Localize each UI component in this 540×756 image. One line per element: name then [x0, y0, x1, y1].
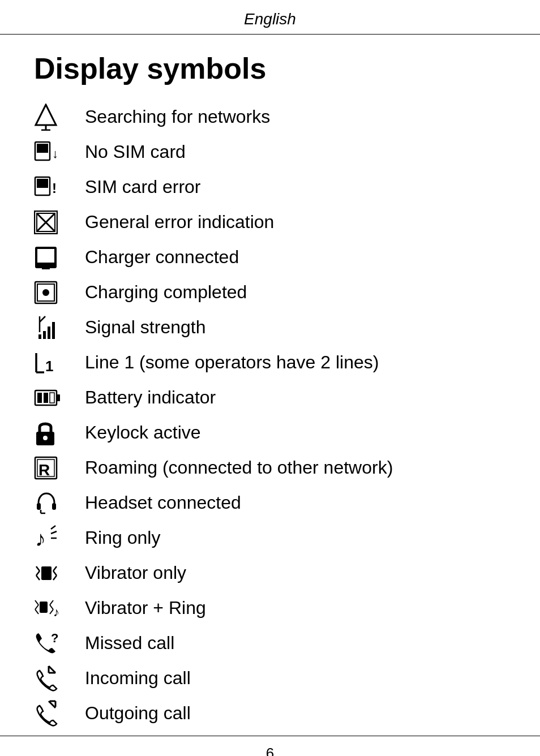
charger-connected-label: Charger connected [85, 246, 239, 269]
line1-icon: 1 [34, 351, 85, 375]
svg-line-48 [36, 575, 40, 580]
svg-rect-56 [40, 602, 48, 613]
svg-rect-32 [50, 393, 54, 403]
svg-text:♪: ♪ [53, 605, 59, 619]
ring-only-label: Ring only [85, 526, 160, 550]
svg-rect-31 [44, 393, 48, 403]
svg-rect-30 [37, 393, 42, 403]
list-item: Keylock active [34, 418, 506, 448]
roaming-icon: R [34, 456, 85, 480]
keylock-icon [34, 419, 85, 446]
missed-call-icon: ? [34, 631, 85, 656]
list-item: ? Missed call [34, 629, 506, 658]
incoming-call-label: Incoming call [85, 667, 191, 690]
list-item: Battery indicator [34, 383, 506, 413]
list-item: Searching for networks [34, 102, 506, 132]
page-header: English [0, 0, 540, 35]
svg-marker-0 [36, 105, 56, 125]
incoming-call-icon [34, 664, 85, 693]
svg-line-52 [53, 575, 57, 580]
vibrator-ring-label: Vibrator + Ring [85, 596, 206, 620]
svg-line-65 [49, 701, 55, 708]
svg-line-50 [53, 566, 57, 571]
no-sim-label: No SIM card [85, 140, 186, 164]
svg-line-47 [36, 571, 40, 575]
svg-line-51 [53, 571, 57, 575]
missed-call-label: Missed call [85, 632, 174, 655]
vibrator-only-icon [34, 561, 85, 586]
line1-label: Line 1 (some operators have 2 lines) [85, 351, 379, 375]
svg-rect-24 [52, 322, 55, 339]
list-item: Headset connected [34, 488, 506, 518]
list-item: ♪ Ring only [34, 523, 506, 553]
list-item: Outgoing call [34, 699, 506, 728]
sim-error-icon: ! [34, 176, 85, 199]
page-heading: Display symbols [34, 51, 506, 85]
list-item: R Roaming (connected to other network) [34, 453, 506, 483]
svg-rect-7 [37, 179, 48, 188]
svg-rect-38 [37, 503, 41, 510]
signal-strength-label: Signal strength [85, 316, 205, 340]
svg-text:1: 1 [45, 358, 53, 375]
list-item: Incoming call [34, 664, 506, 693]
svg-text:R: R [38, 461, 50, 479]
headset-icon [34, 491, 85, 516]
battery-label: Battery indicator [85, 386, 216, 410]
svg-line-43 [51, 526, 55, 529]
list-item: General error indication [34, 208, 506, 237]
header-title: English [244, 10, 296, 28]
list-item: ! SIM card error [34, 173, 506, 202]
symbol-list: Searching for networks ↓ No SIM card [34, 102, 506, 728]
svg-point-18 [42, 289, 49, 296]
list-item: Signal strength [34, 313, 506, 342]
searching-networks-icon [34, 104, 85, 131]
list-item: ♪ Vibrator + Ring [34, 594, 506, 623]
svg-line-20 [40, 316, 45, 322]
vibrator-only-label: Vibrator only [85, 561, 186, 585]
svg-text:↓: ↓ [52, 147, 58, 161]
searching-networks-label: Searching for networks [85, 105, 270, 129]
keylock-label: Keylock active [85, 421, 201, 445]
page-number: 6 [266, 745, 274, 756]
general-error-label: General error indication [85, 211, 274, 234]
svg-line-46 [36, 566, 40, 571]
svg-line-57 [50, 600, 53, 605]
list-item: Charging completed [34, 278, 506, 307]
svg-rect-49 [41, 566, 52, 580]
svg-line-62 [49, 666, 55, 673]
outgoing-call-label: Outgoing call [85, 702, 191, 725]
svg-text:♪: ♪ [35, 527, 46, 551]
page-content: Display symbols Searching for networks [0, 35, 540, 756]
no-sim-icon: ↓ [34, 141, 85, 164]
page-container: English Display symbols Searching for ne… [0, 0, 540, 756]
charging-completed-label: Charging completed [85, 281, 247, 304]
svg-rect-39 [52, 503, 56, 510]
svg-line-55 [35, 609, 38, 614]
list-item: Vibrator only [34, 559, 506, 588]
svg-point-34 [43, 436, 48, 440]
svg-text:!: ! [52, 181, 57, 196]
svg-rect-23 [48, 327, 50, 339]
sim-error-label: SIM card error [85, 175, 200, 199]
list-item: ↓ No SIM card [34, 138, 506, 167]
svg-rect-4 [37, 144, 48, 153]
list-item: 1 Line 1 (some operators have 2 lines) [34, 348, 506, 377]
svg-rect-21 [38, 334, 41, 339]
svg-rect-29 [57, 394, 60, 401]
ring-only-icon: ♪ [34, 525, 85, 552]
svg-line-54 [35, 605, 38, 609]
general-error-icon [34, 211, 85, 234]
svg-line-53 [35, 600, 38, 605]
charging-completed-icon [34, 281, 85, 304]
svg-rect-14 [37, 249, 54, 263]
roaming-label: Roaming (connected to other network) [85, 456, 393, 480]
headset-label: Headset connected [85, 491, 241, 515]
svg-rect-15 [42, 267, 50, 269]
signal-strength-icon [34, 315, 85, 340]
outgoing-call-icon [34, 699, 85, 728]
svg-text:?: ? [51, 631, 58, 645]
list-item: Charger connected [34, 243, 506, 272]
vibrator-ring-icon: ♪ [34, 595, 85, 622]
charger-connected-icon [34, 246, 85, 269]
svg-rect-22 [43, 331, 46, 339]
